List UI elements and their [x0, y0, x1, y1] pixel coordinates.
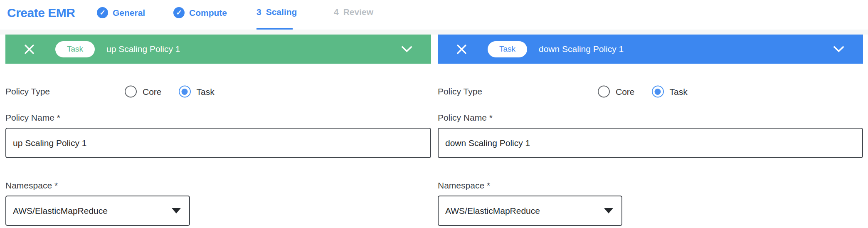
policy-type-label: Policy Type — [438, 87, 482, 97]
policy-type-radio-group: Core Task — [598, 86, 688, 98]
namespace-select[interactable]: AWS/ElasticMapReduce — [438, 196, 622, 226]
active-step-underline — [256, 28, 293, 30]
step-general[interactable]: ✓ General — [97, 7, 145, 18]
step-label: Review — [343, 7, 373, 17]
radio-core[interactable]: Core — [598, 86, 635, 98]
chevron-down-icon[interactable] — [401, 46, 412, 52]
panel-down-scaling-policy: Task down Scaling Policy 1 Policy Type C… — [438, 35, 863, 228]
namespace-selected-value: AWS/ElasticMapReduce — [445, 206, 540, 216]
panel-up-header[interactable]: Task up Scaling Policy 1 — [5, 35, 431, 64]
policy-name-row: Policy Name * — [438, 113, 863, 158]
radio-task[interactable]: Task — [179, 86, 215, 98]
radio-label: Core — [616, 87, 635, 97]
wizard-nav: Create EMR ✓ General ✓ Compute 3 Scaling… — [0, 0, 868, 30]
step-compute[interactable]: ✓ Compute — [173, 7, 227, 18]
policy-type-radio-group: Core Task — [125, 86, 215, 98]
radio-core[interactable]: Core — [125, 86, 162, 98]
page-title: Create EMR — [7, 6, 75, 20]
namespace-selected-value: AWS/ElasticMapReduce — [13, 206, 108, 216]
radio-circle-icon — [179, 86, 191, 98]
step-label: General — [113, 8, 145, 18]
radio-circle-icon — [652, 86, 664, 98]
policy-type-label: Policy Type — [5, 87, 50, 97]
policy-name-input[interactable] — [438, 128, 863, 158]
panel-up-scaling-policy: Task up Scaling Policy 1 Policy Type Cor… — [5, 35, 431, 228]
panel-down-body: Policy Type Core Task Policy Name * — [438, 85, 863, 228]
radio-circle-icon — [598, 86, 610, 98]
radio-label: Core — [143, 87, 162, 97]
namespace-label: Namespace * — [5, 181, 58, 190]
caret-down-icon — [604, 208, 613, 213]
caret-down-icon — [172, 208, 181, 213]
check-circle-icon: ✓ — [97, 7, 108, 18]
radio-task[interactable]: Task — [652, 86, 688, 98]
policy-name-input[interactable] — [5, 128, 431, 158]
radio-label: Task — [670, 87, 688, 97]
step-label: Compute — [189, 8, 227, 18]
step-label: Scaling — [266, 7, 297, 17]
panel-title: up Scaling Policy 1 — [106, 44, 180, 54]
policy-name-label: Policy Name * — [5, 113, 60, 122]
namespace-label: Namespace * — [438, 181, 490, 190]
radio-circle-icon — [125, 86, 137, 98]
step-review[interactable]: 4 Review — [334, 7, 373, 17]
panel-down-header[interactable]: Task down Scaling Policy 1 — [438, 35, 863, 64]
task-badge: Task — [55, 41, 95, 57]
task-badge: Task — [488, 41, 527, 57]
close-icon[interactable] — [456, 44, 467, 55]
namespace-row: Namespace * AWS/ElasticMapReduce — [438, 181, 863, 226]
step-scaling[interactable]: 3 Scaling — [256, 7, 297, 17]
step-number: 3 — [256, 7, 261, 17]
panel-title: down Scaling Policy 1 — [539, 44, 624, 54]
namespace-row: Namespace * AWS/ElasticMapReduce — [5, 181, 431, 226]
nav-divider — [0, 30, 868, 35]
policy-type-row: Policy Type Core Task — [5, 85, 431, 98]
close-icon[interactable] — [24, 44, 35, 55]
chevron-down-icon[interactable] — [833, 46, 844, 52]
panel-up-body: Policy Type Core Task Policy Name * — [5, 85, 431, 228]
namespace-select[interactable]: AWS/ElasticMapReduce — [5, 196, 190, 226]
radio-label: Task — [197, 87, 215, 97]
policy-type-row: Policy Type Core Task — [438, 85, 863, 98]
step-number: 4 — [334, 7, 339, 17]
scaling-policy-panels: Task up Scaling Policy 1 Policy Type Cor… — [0, 35, 868, 228]
check-circle-icon: ✓ — [173, 7, 185, 18]
policy-name-label: Policy Name * — [438, 113, 493, 122]
policy-name-row: Policy Name * — [5, 113, 431, 158]
create-emr-page: Create EMR ✓ General ✓ Compute 3 Scaling… — [0, 0, 868, 228]
